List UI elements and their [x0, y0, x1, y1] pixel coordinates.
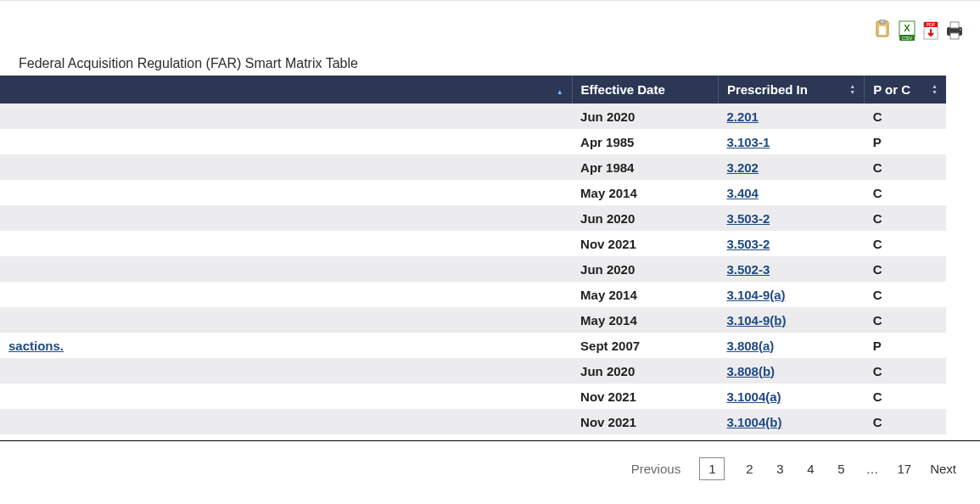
prescribed-link[interactable]: 3.1004(b): [726, 415, 781, 429]
table-row: May 20143.104-9(b)C: [0, 307, 946, 333]
sort-icon: [932, 82, 938, 97]
cell-porc: C: [865, 104, 946, 129]
cell-porc: C: [865, 180, 946, 205]
cell-effective: Nov 2021: [572, 231, 718, 256]
row-title-link[interactable]: sactions.: [8, 339, 64, 353]
cell-effective: Apr 1984: [572, 154, 718, 180]
pager-next[interactable]: Next: [930, 462, 956, 476]
table-row: Jun 20203.503-2C: [0, 205, 946, 231]
smart-matrix-table: Effective Date Prescribed In P or C Jun …: [0, 76, 946, 434]
table-row: sactions.Sept 20073.808(a)P: [0, 333, 946, 358]
col-header-porc[interactable]: P or C: [865, 76, 946, 104]
prescribed-link[interactable]: 3.808(b): [726, 364, 775, 378]
cell-porc: C: [865, 384, 946, 409]
cell-effective: May 2014: [572, 307, 718, 333]
svg-text:CSV: CSV: [902, 36, 912, 41]
cell-effective: May 2014: [572, 282, 718, 307]
table-row: Nov 20213.1004(b)C: [0, 409, 946, 434]
sort-icon: [849, 82, 855, 97]
col-header-first[interactable]: [0, 76, 572, 104]
table-row: Apr 19843.202C: [0, 154, 946, 180]
svg-text:X: X: [904, 23, 910, 33]
col-header-effective[interactable]: Effective Date: [572, 76, 718, 104]
prescribed-link[interactable]: 3.404: [726, 186, 759, 200]
prescribed-link[interactable]: 2.201: [726, 109, 759, 124]
cell-porc: C: [865, 154, 946, 180]
cell-effective: Jun 2020: [572, 205, 718, 231]
table-row: May 20143.104-9(a)C: [0, 282, 946, 307]
cell-effective: Sept 2007: [572, 333, 718, 358]
cell-porc: C: [865, 307, 946, 333]
prescribed-link[interactable]: 3.104-9(a): [726, 288, 785, 302]
cell-effective: Nov 2021: [572, 409, 718, 434]
table-caption: Federal Acquisition Regulation (FAR) Sma…: [19, 56, 358, 71]
pager-page[interactable]: 5: [835, 462, 847, 476]
svg-point-13: [960, 29, 961, 31]
svg-rect-1: [880, 20, 885, 24]
table-container: Effective Date Prescribed In P or C Jun …: [0, 76, 980, 441]
cell-effective: May 2014: [572, 180, 718, 205]
csv-icon[interactable]: XCSV: [897, 20, 917, 42]
pagination: Previous 12345…17 Next: [631, 457, 956, 480]
col-header-prescribed[interactable]: Prescribed In: [718, 76, 864, 104]
cell-effective: Jun 2020: [572, 358, 718, 384]
svg-text:PDF: PDF: [927, 22, 935, 27]
print-icon[interactable]: [944, 20, 965, 42]
pager-page[interactable]: 2: [743, 462, 755, 476]
cell-porc: C: [865, 231, 946, 256]
cell-effective: Apr 1985: [572, 129, 718, 154]
svg-rect-11: [950, 22, 959, 28]
svg-rect-2: [879, 26, 886, 35]
cell-effective: Jun 2020: [572, 104, 718, 129]
prescribed-link[interactable]: 3.503-2: [726, 237, 770, 251]
table-row: Nov 20213.1004(a)C: [0, 384, 946, 409]
sort-asc-icon: [557, 82, 563, 97]
table-row: Jun 20203.808(b)C: [0, 358, 946, 384]
cell-porc: P: [865, 333, 946, 358]
svg-rect-12: [950, 33, 959, 39]
prescribed-link[interactable]: 3.503-2: [726, 211, 770, 226]
pager-page[interactable]: 4: [804, 462, 816, 476]
pdf-icon[interactable]: PDF: [921, 20, 941, 42]
prescribed-link[interactable]: 3.808(a): [726, 339, 774, 353]
pager-page[interactable]: 1: [699, 457, 725, 480]
prescribed-link[interactable]: 3.202: [726, 160, 759, 175]
prescribed-link[interactable]: 3.103-1: [726, 135, 770, 149]
cell-porc: C: [865, 358, 946, 384]
export-toolbar: XCSV PDF: [873, 20, 965, 42]
prescribed-link[interactable]: 3.1004(a): [726, 389, 781, 404]
cell-porc: P: [865, 129, 946, 154]
cell-effective: Nov 2021: [572, 384, 718, 409]
table-row: Nov 20213.503-2C: [0, 231, 946, 256]
cell-porc: C: [865, 205, 946, 231]
pager-page[interactable]: 17: [897, 462, 911, 476]
table-row: May 20143.404C: [0, 180, 946, 205]
table-row: Apr 19853.103-1P: [0, 129, 946, 154]
cell-porc: C: [865, 409, 946, 434]
prescribed-link[interactable]: 3.502-3: [726, 262, 770, 277]
pager-previous[interactable]: Previous: [631, 462, 680, 476]
cell-porc: C: [865, 256, 946, 282]
table-row: Jun 20203.502-3C: [0, 256, 946, 282]
pager-ellipsis: …: [865, 462, 878, 476]
cell-effective: Jun 2020: [572, 256, 718, 282]
cell-porc: C: [865, 282, 946, 307]
prescribed-link[interactable]: 3.104-9(b): [726, 313, 786, 328]
table-row: Jun 20202.201C: [0, 104, 946, 129]
copy-icon[interactable]: [873, 20, 893, 42]
pager-page[interactable]: 3: [774, 462, 786, 476]
